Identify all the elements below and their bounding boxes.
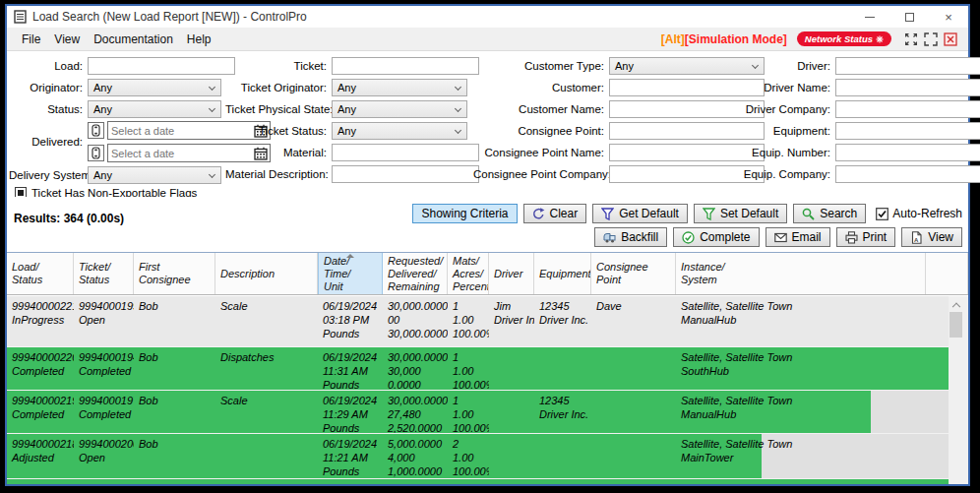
cell-driver [489, 437, 534, 478]
originator-value: Any [93, 82, 112, 93]
equipment-label: Equipment: [739, 125, 835, 137]
column-header-requested-delivered-remaining[interactable]: Requested/Delivered/Remaining [383, 253, 448, 294]
ticket-status-select[interactable]: Any [332, 122, 467, 140]
showing-criteria-button[interactable]: Showing Criteria [412, 204, 517, 223]
equip-number-label: Equip. Number: [739, 147, 835, 158]
material-input[interactable] [332, 144, 479, 161]
column-header-date-time-unit[interactable]: Date/Time/Unit [318, 253, 383, 294]
cell-requested-delivered-remaining: 30,000.000030,0000.0000 [383, 350, 448, 390]
auto-refresh-checkbox[interactable] [876, 208, 888, 220]
menu-file[interactable]: File [15, 30, 47, 49]
originator-select[interactable]: Any [88, 79, 221, 96]
scrollbar-up-button[interactable] [949, 296, 963, 311]
column-header-driver[interactable]: Driver [489, 253, 534, 294]
driver-input[interactable] [835, 57, 980, 75]
fullscreen-icon[interactable] [924, 32, 938, 46]
cell-ticket-status: 9994000194Completed [74, 350, 134, 390]
close-button[interactable]: × [929, 6, 968, 28]
cell-instance-system: Satellite, Satellite TownManualHub [676, 299, 926, 346]
get-default-button[interactable]: Get Default [592, 204, 688, 223]
date-time-toggle-button[interactable] [88, 145, 104, 161]
cell-mats-acres-percent: 11.00100.00% [448, 299, 489, 346]
network-burst-icon [876, 35, 884, 43]
equip-number-input[interactable] [835, 144, 980, 161]
cell-first-consignee: Bob [134, 350, 215, 390]
vertical-scrollbar[interactable] [949, 296, 963, 484]
column-header-ticket-status[interactable]: Ticket/Status [74, 253, 134, 294]
customer-label: Customer: [473, 82, 609, 93]
complete-check-icon [682, 231, 695, 244]
cell-description: Scale [215, 299, 318, 346]
search-button[interactable]: Search [793, 204, 866, 223]
consignee-point-company-label: Consignee Point Company: [473, 168, 609, 180]
exit-simulation-icon[interactable] [944, 32, 957, 46]
email-button[interactable]: Email [766, 227, 830, 247]
status-label: Status: [9, 103, 88, 115]
column-header-load-status[interactable]: Load/Status [7, 253, 74, 294]
maximize-icon [905, 13, 914, 22]
ticket-physical-state-select[interactable]: Any [332, 100, 467, 118]
email-envelope-icon [774, 231, 787, 244]
view-button[interactable]: A View [901, 227, 962, 247]
cell-date-time-unit: 06/19/202411:29 AMPounds [318, 394, 383, 433]
driver-company-input[interactable] [835, 100, 980, 118]
cell-load-status: 99940000218Adjusted [7, 437, 74, 478]
backfill-button[interactable]: Backfill [594, 227, 667, 247]
load-input[interactable] [88, 57, 235, 75]
cell-driver: JimDriver Inc. [489, 299, 534, 346]
maximize-button[interactable] [889, 6, 929, 28]
consignee-point-label: Consignee Point: [473, 125, 609, 137]
menu-bar: File View Documentation Help [Alt] [Simu… [7, 28, 968, 51]
print-button[interactable]: Print [836, 227, 896, 247]
column-header-instance-system[interactable]: Instance/System [676, 253, 926, 294]
menu-documentation[interactable]: Documentation [87, 30, 180, 49]
driver-name-input[interactable] [835, 79, 980, 96]
close-icon: × [945, 11, 952, 24]
minimize-button[interactable] [850, 6, 889, 28]
view-label: View [928, 230, 953, 244]
arrange-windows-icon[interactable] [904, 32, 918, 46]
material-description-label: Material Description: [225, 168, 332, 180]
svg-text:A: A [914, 236, 919, 242]
cell-description: Scale [215, 394, 318, 433]
complete-button[interactable]: Complete [673, 227, 759, 247]
menu-help[interactable]: Help [180, 30, 218, 49]
window-title: Load Search (New Load Report [NEW]) - Co… [32, 10, 307, 24]
column-header-description[interactable]: Description [215, 253, 318, 294]
search-icon [802, 208, 815, 220]
table-row-partial[interactable] [7, 479, 949, 484]
alt-mode-badge: [Alt] [661, 32, 685, 46]
cell-first-consignee: Bob [134, 299, 215, 346]
results-toolbar: Results: 364 (0.00s) Showing Criteria Cl… [7, 197, 968, 252]
table-row[interactable]: 99940000221InProgress 9994000199Open Bob… [7, 296, 949, 347]
complete-label: Complete [700, 230, 750, 244]
scrollbar-thumb[interactable] [949, 312, 962, 338]
column-header-mats-acres-percent[interactable]: Mats/Acres/Percent [448, 253, 489, 294]
equip-company-input[interactable] [835, 165, 980, 183]
cell-consignee-point [591, 394, 676, 433]
cell-equipment [534, 437, 591, 478]
column-header-equipment[interactable]: Equipment [534, 253, 591, 294]
ticket-physical-state-label: Ticket Physical State: [225, 103, 332, 115]
ticket-originator-select[interactable]: Any [332, 79, 467, 96]
date-time-toggle-button[interactable] [88, 122, 104, 139]
table-row[interactable]: 99940000218Adjusted 9994000200Open Bob 0… [7, 434, 949, 479]
column-header-first-consignee[interactable]: First Consignee [134, 253, 215, 294]
equipment-input[interactable] [835, 122, 980, 140]
table-row[interactable]: 99940000220Completed 9994000194Completed… [7, 347, 949, 391]
material-description-input[interactable] [332, 165, 479, 183]
column-header-consignee-point[interactable]: Consignee Point [591, 253, 676, 294]
cell-ticket-status: 9994000199Open [74, 299, 134, 346]
status-select[interactable]: Any [88, 100, 221, 118]
network-status-badge[interactable]: Network Status [797, 31, 891, 46]
menu-view[interactable]: View [47, 30, 87, 49]
chevron-down-icon [209, 170, 215, 177]
set-default-button[interactable]: Set Default [694, 204, 787, 223]
ticket-originator-label: Ticket Originator: [225, 82, 332, 93]
ticket-input[interactable] [332, 57, 479, 75]
cell-mats-acres-percent: 11.00100.00% [448, 394, 489, 433]
delivery-system-select[interactable]: Any [88, 166, 221, 184]
table-row[interactable]: 99940000219Completed 9994000197Completed… [7, 391, 949, 434]
app-window: Load Search (New Load Report [NEW]) - Co… [5, 4, 970, 486]
clear-button[interactable]: Clear [523, 204, 587, 223]
